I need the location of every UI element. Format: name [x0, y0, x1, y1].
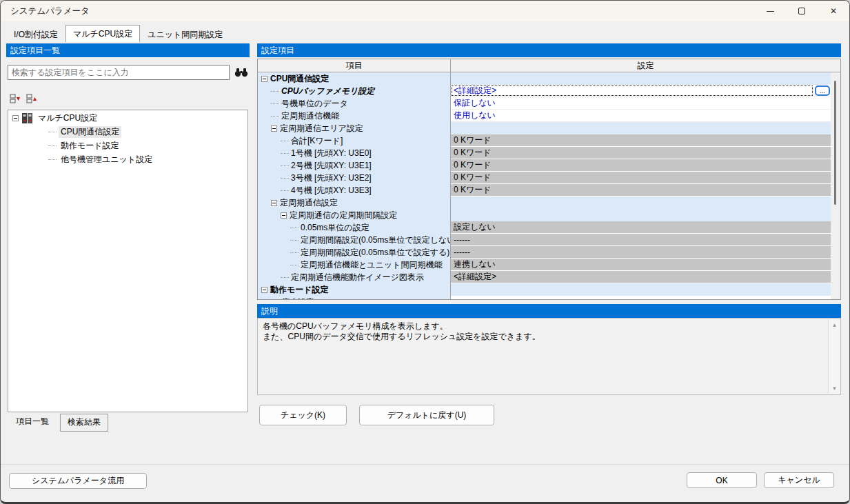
collapse-icon[interactable] — [12, 115, 19, 121]
item-label: 定周期間隔設定(0.05ms単位で設定する) — [301, 247, 449, 259]
item-cell: 定周期通信の定周期間隔設定 — [258, 209, 451, 221]
tab-1[interactable]: マルチCPU設定 — [65, 25, 140, 42]
scroll-down-icon[interactable]: ▼ — [829, 383, 840, 394]
value-cell: 設定しない — [451, 221, 831, 234]
value-cell — [451, 283, 831, 296]
detail-setting-ellipsis-button[interactable]: ... — [815, 85, 830, 96]
expand-all-button[interactable] — [9, 93, 21, 104]
table-scrollbar-thumb[interactable] — [834, 81, 836, 205]
value-cell[interactable]: 使用しない — [451, 110, 831, 122]
value-cell[interactable] — [451, 296, 831, 300]
description-line: 各号機のCPUバッファメモリ構成を表示します。 — [263, 321, 824, 332]
cancel-button[interactable]: キャンセル — [764, 472, 834, 488]
table-row: 合計[Kワード]0 Kワード — [258, 134, 840, 147]
tree-connector — [281, 277, 289, 278]
tree-connector — [281, 153, 289, 154]
tree-connector — [48, 132, 57, 132]
collapse-icon[interactable] — [271, 125, 277, 132]
value-text: <詳細設定> — [454, 85, 496, 97]
table-row: 1号機 [先頭XY: U3E0]0 Kワード — [258, 147, 840, 159]
value-cell: 0 Kワード — [451, 134, 831, 147]
system-parameter-reuse-button[interactable]: システムパラメータ流用 — [9, 473, 147, 489]
value-cell: 連携しない — [451, 259, 831, 271]
tree-connector — [281, 165, 289, 166]
restore-default-button[interactable]: デフォルトに戻す(U) — [359, 405, 494, 425]
table-row: 定周期通信機能動作イメージ図表示<詳細設定> — [258, 271, 840, 283]
tab-0[interactable]: I/O割付設定 — [6, 27, 65, 42]
close-button[interactable]: ✕ — [818, 1, 849, 21]
value-cell: 0 Kワード — [451, 159, 831, 172]
description-scrollbar[interactable]: ▲ ▼ — [828, 319, 840, 394]
tree-connector — [281, 190, 289, 191]
value-text: 0 Kワード — [454, 184, 492, 196]
scroll-up-icon[interactable]: ▲ — [829, 319, 840, 330]
ok-button[interactable]: OK — [687, 472, 757, 488]
value-cell[interactable]: 保証しない — [451, 97, 831, 110]
minimize-button[interactable] — [754, 1, 786, 21]
table-row: 動作モード設定 — [258, 283, 840, 296]
tree-item-1[interactable]: 動作モード設定 — [8, 140, 247, 152]
setting-tree: マルチCPU設定 CPU間通信設定動作モード設定他号機管理ユニット設定 — [8, 110, 248, 412]
item-label: 定周期通信機能とユニット間同期機能 — [301, 259, 442, 271]
tree-item-label: 動作モード設定 — [59, 140, 121, 152]
tree-item-2[interactable]: 他号機管理ユニット設定 — [8, 154, 247, 165]
table-row: 停止設定 — [258, 296, 840, 300]
item-cell: 号機単位のデータ — [258, 97, 451, 110]
binoculars-icon — [234, 68, 248, 77]
table-row: 4号機 [先頭XY: U3E3]0 Kワード — [258, 184, 840, 196]
item-cell: 定周期通信機能 — [258, 110, 451, 122]
table-row: 2号機 [先頭XY: U3E1]0 Kワード — [258, 159, 840, 172]
table-row: 定周期間隔設定(0.05ms単位で設定しない)------ — [258, 234, 840, 246]
table-row: 号機単位のデータ保証しない — [258, 97, 840, 110]
table-row: 3号機 [先頭XY: U3E2]0 Kワード — [258, 172, 840, 184]
maximize-icon — [798, 8, 805, 14]
item-cell: CPUバッファメモリ設定 — [258, 85, 451, 97]
table-row: 定周期通信の定周期間隔設定 — [258, 209, 840, 221]
collapse-all-icon — [26, 94, 37, 104]
item-cell: 1号機 [先頭XY: U3E0] — [258, 147, 451, 159]
description-text: 各号機のCPUバッファメモリ構成を表示します。また、CPU間のデータ交信で使用す… — [258, 319, 840, 345]
item-label: 定周期通信機能 — [281, 110, 339, 122]
table-vertical-scrollbar[interactable] — [831, 72, 840, 299]
description-box: 各号機のCPUバッファメモリ構成を表示します。また、CPU間のデータ交信で使用す… — [257, 318, 841, 395]
tree-connector — [271, 103, 279, 104]
tree-item-0[interactable]: CPU間通信設定 — [8, 126, 247, 138]
search-input[interactable] — [8, 65, 230, 80]
item-cell: 0.05ms単位の設定 — [258, 221, 451, 234]
maximize-button[interactable] — [786, 1, 818, 21]
search-button[interactable] — [233, 64, 250, 81]
tab-item-list[interactable]: 項目一覧 — [9, 414, 56, 432]
item-label: 2号機 [先頭XY: U3E1] — [291, 160, 372, 172]
table-row: 定周期間隔設定(0.05ms単位で設定する)------ — [258, 246, 840, 259]
value-cell: 0 Kワード — [451, 184, 831, 196]
value-text: 0 Kワード — [454, 159, 492, 171]
item-label: 定周期通信の定周期間隔設定 — [290, 210, 397, 221]
tab-2[interactable]: ユニット間同期設定 — [140, 27, 230, 42]
value-text: 連携しない — [454, 259, 496, 270]
item-cell: 定周期通信機能とユニット間同期機能 — [258, 259, 451, 271]
item-label: CPUバッファメモリ設定 — [281, 85, 374, 97]
collapse-icon[interactable] — [261, 287, 267, 293]
value-cell: 0 Kワード — [451, 147, 831, 159]
table-row: 定周期通信機能使用しない — [258, 110, 840, 122]
value-cell — [451, 196, 831, 209]
check-button[interactable]: チェック(K) — [259, 405, 347, 425]
collapse-icon[interactable] — [281, 212, 287, 219]
column-header-item: 項目 — [258, 59, 451, 72]
left-bottom-tabs: 項目一覧 検索結果 — [9, 414, 108, 432]
tab-strip: I/O割付設定マルチCPU設定ユニット間同期設定 — [6, 24, 230, 42]
collapse-icon[interactable] — [271, 200, 277, 206]
item-cell: 合計[Kワード] — [258, 134, 451, 147]
item-label: 0.05ms単位の設定 — [301, 222, 370, 234]
value-cell[interactable]: <詳細設定>... — [451, 85, 831, 97]
tree-item-label: 他号機管理ユニット設定 — [59, 154, 154, 165]
tree-root-multicpu[interactable]: マルチCPU設定 — [8, 112, 247, 124]
description-header: 説明 — [257, 304, 841, 318]
item-cell: 定周期間隔設定(0.05ms単位で設定する) — [258, 246, 451, 259]
item-label: 3号機 [先頭XY: U3E2] — [291, 172, 372, 184]
value-text: 使用しない — [454, 110, 496, 121]
collapse-icon[interactable] — [261, 76, 267, 82]
value-text: 保証しない — [454, 97, 496, 109]
tab-search-result[interactable]: 検索結果 — [60, 414, 108, 432]
collapse-all-button[interactable] — [26, 93, 38, 104]
